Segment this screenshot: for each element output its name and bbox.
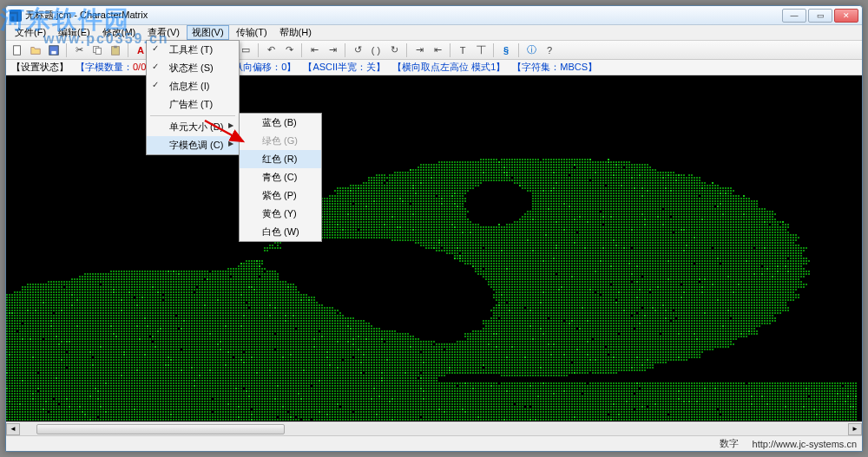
window-title: 无标题.jcm - CharacterMatrix xyxy=(25,9,148,22)
menu-transfer[interactable]: 传输(T) xyxy=(231,25,273,40)
menu-modify[interactable]: 修改(M) xyxy=(97,25,141,40)
status-url: http://www.jc-systems.cn xyxy=(753,439,857,449)
color-menu-item[interactable]: 黄色 (Y) xyxy=(240,205,321,223)
info-ascii: 【ASCII半宽：关】 xyxy=(303,61,385,74)
app-window: 无标题.jcm - CharacterMatrix — ▭ ✕ 文件(F) 编辑… xyxy=(5,5,863,452)
svg-rect-6 xyxy=(114,45,117,48)
color-menu-item[interactable]: 青色 (C) xyxy=(240,168,321,186)
btn-arr2-icon[interactable]: ⇤ xyxy=(430,42,445,58)
toolbar: ✂ A ⊞ ☰ 日 ⊕ ▭ ↶ ↷ ⇤ ⇥ ↺ ( ) ↻ ⇥ ⇤ T 丅 § … xyxy=(6,41,862,60)
btn-help-icon[interactable]: ? xyxy=(542,42,557,58)
copy-icon[interactable] xyxy=(89,42,105,58)
btn-u1-icon[interactable]: ↺ xyxy=(350,42,365,58)
menu-view1[interactable]: 查看(V) xyxy=(142,25,185,40)
cut-icon[interactable]: ✂ xyxy=(71,42,87,58)
menu-file[interactable]: 文件(F) xyxy=(10,25,51,40)
svg-rect-0 xyxy=(14,45,21,55)
glyph-count: 0/0 xyxy=(133,62,146,72)
color-menu-item[interactable]: 紫色 (P) xyxy=(240,186,321,205)
color-menu-item[interactable]: 白色 (W) xyxy=(240,223,321,241)
maximize-button[interactable]: ▭ xyxy=(808,9,832,23)
matrix-canvas[interactable] xyxy=(6,75,857,421)
btn-rotl-icon[interactable]: ↶ xyxy=(263,42,279,58)
menubar: 文件(F) 编辑(E) 修改(M) 查看(V) 视图(V) 传输(T) 帮助(H… xyxy=(6,25,862,41)
statusbar: 数字 http://www.jc-systems.cn xyxy=(6,435,862,451)
infobar-state: 【设置状态】 xyxy=(11,61,69,74)
color-menu-item[interactable]: 蓝色 (B) xyxy=(240,114,321,132)
window-buttons: — ▭ ✕ xyxy=(782,9,858,23)
color-menu-item[interactable]: 红色 (R) xyxy=(240,150,321,168)
btn-arr1-icon[interactable]: ⇥ xyxy=(411,42,427,58)
client-area[interactable] xyxy=(6,75,862,421)
scroll-thumb[interactable] xyxy=(36,424,285,434)
btn-flipl-icon[interactable]: ⇤ xyxy=(306,42,322,58)
btn-info-icon[interactable]: ⓘ xyxy=(523,42,539,58)
btn-flipr-icon[interactable]: ⇥ xyxy=(325,42,340,58)
paste-icon[interactable] xyxy=(108,42,123,58)
infobar: 【设置状态】 【字模数量：0/0】 小：18x18】 【纵向偏移：0】 【ASC… xyxy=(6,60,862,75)
menu-view2[interactable]: 视图(V) xyxy=(187,25,229,40)
menu-help[interactable]: 帮助(H) xyxy=(274,25,317,40)
menu-edit[interactable]: 编辑(E) xyxy=(53,25,95,40)
view-menu-item[interactable]: ✓工具栏 (T) xyxy=(147,41,239,59)
svg-rect-4 xyxy=(95,48,101,54)
info-mode: 【横向取点左高位 模式1】 xyxy=(392,61,505,74)
minimize-button[interactable]: — xyxy=(782,9,806,23)
color-submenu: 蓝色 (B)绿色 (G)红色 (R)青色 (C)紫色 (P)黄色 (Y)白色 (… xyxy=(239,113,322,242)
view-menu-item[interactable]: ✓状态栏 (S) xyxy=(147,59,239,77)
view-dropdown: ✓工具栏 (T)✓状态栏 (S)✓信息栏 (I)广告栏 (T)单元大小 (D)▶… xyxy=(146,40,240,155)
app-icon xyxy=(10,10,22,22)
btn-rect-icon[interactable]: ▭ xyxy=(238,42,253,58)
new-icon[interactable] xyxy=(10,42,25,58)
view-menu-item[interactable]: 广告栏 (T) xyxy=(147,95,239,114)
scroll-left-button[interactable]: ◄ xyxy=(6,423,20,435)
btn-text1-icon[interactable]: T xyxy=(455,42,470,58)
scroll-track[interactable] xyxy=(20,423,848,435)
view-menu-item[interactable]: ✓信息栏 (I) xyxy=(147,77,239,95)
color-menu-item: 绿色 (G) xyxy=(240,132,321,150)
close-button[interactable]: ✕ xyxy=(834,9,858,23)
view-menu-item[interactable]: 单元大小 (D)▶ xyxy=(147,118,239,136)
titlebar[interactable]: 无标题.jcm - CharacterMatrix — ▭ ✕ xyxy=(6,6,862,25)
btn-s-icon[interactable]: § xyxy=(498,42,514,58)
status-mode: 数字 xyxy=(720,437,739,450)
view-menu-item[interactable]: 字模色调 (C)▶ xyxy=(147,136,239,154)
btn-u3-icon[interactable]: ↻ xyxy=(386,42,402,58)
svg-rect-2 xyxy=(51,50,56,54)
btn-rotr-icon[interactable]: ↷ xyxy=(281,42,297,58)
open-icon[interactable] xyxy=(28,42,43,58)
horizontal-scrollbar[interactable]: ◄ ► xyxy=(6,421,862,435)
scroll-right-button[interactable]: ► xyxy=(848,423,862,435)
btn-text2-icon[interactable]: 丅 xyxy=(473,42,489,58)
btn-u2-icon[interactable]: ( ) xyxy=(368,42,384,58)
info-charset: 【字符集：MBCS】 xyxy=(512,61,597,74)
save-icon[interactable] xyxy=(46,42,62,58)
